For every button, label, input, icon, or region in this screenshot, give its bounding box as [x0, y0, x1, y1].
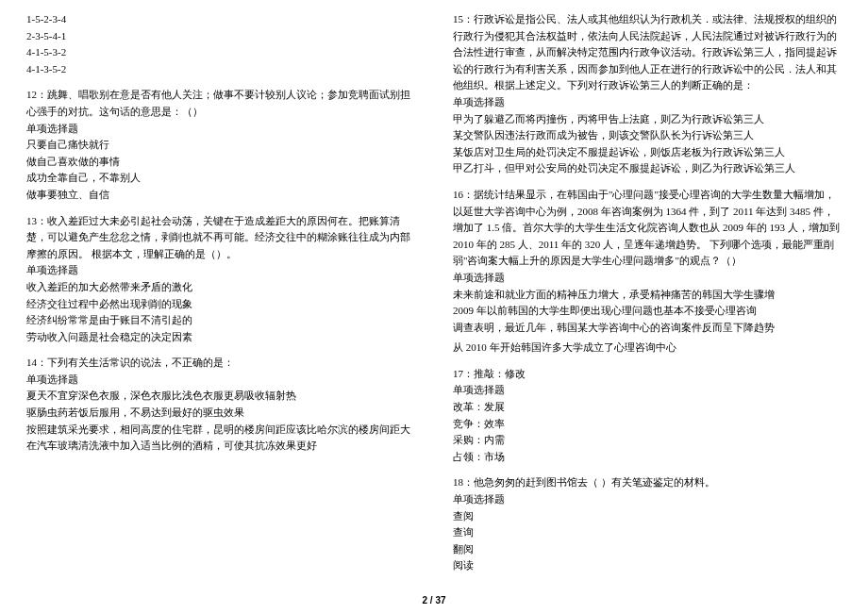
question-18: 18：他急匆匆的赶到图书馆去（ ）有关笔迹鉴定的材料。 单项选择题 查阅 查询 …: [453, 474, 842, 574]
opt: 按照建筑采光要求，相同高度的住宅群，昆明的楼房间距应该比哈尔滨的楼房间距大: [26, 422, 415, 439]
stem: 16：据统计结果显示，在韩国由于"心理问题"接受心理咨询的大学生数量大幅增加，以…: [453, 187, 842, 270]
q-type: 单项选择题: [453, 491, 842, 508]
opt: 4-1-5-3-2: [26, 44, 415, 61]
opt: 未来前途和就业方面的精神压力增大，承受精神痛苦的韩国大学生骤增: [453, 287, 842, 304]
opt: 做事要独立、自信: [26, 187, 415, 204]
opt: 翻阅: [453, 541, 842, 558]
page-columns: 1-5-2-3-4 2-3-5-4-1 4-1-5-3-2 4-1-3-5-2 …: [26, 11, 842, 585]
opt: 查询: [453, 524, 842, 541]
q-type: 单项选择题: [453, 94, 842, 111]
opt: 甲为了躲避乙而将丙撞伤，丙将甲告上法庭，则乙为行政诉讼第三人: [453, 111, 842, 128]
q-type: 单项选择题: [453, 270, 842, 287]
stem: 14：下列有关生活常识的说法，不正确的是：: [26, 355, 415, 372]
opt: 采购：内需: [453, 432, 842, 449]
q-type: 单项选择题: [26, 121, 415, 138]
opt: 经济交往过程中必然出现剥削的现象: [26, 296, 415, 313]
opt: 做自己喜欢做的事情: [26, 154, 415, 171]
question-16: 16：据统计结果显示，在韩国由于"心理问题"接受心理咨询的大学生数量大幅增加，以…: [453, 187, 842, 336]
opt: 调查表明，最近几年，韩国某大学咨询中心的咨询案件反而呈下降趋势: [453, 320, 842, 337]
opt: 占领：市场: [453, 449, 842, 466]
opt: 夏天不宜穿深色衣服，深色衣服比浅色衣服更易吸收辐射热: [26, 388, 415, 405]
question-14: 14：下列有关生活常识的说法，不正确的是： 单项选择题 夏天不宜穿深色衣服，深色…: [26, 355, 415, 455]
opt: 1-5-2-3-4: [26, 11, 415, 28]
q-type: 单项选择题: [26, 262, 415, 279]
question-16-cont: 从 2010 年开始韩国许多大学成立了心理咨询中心: [453, 340, 842, 357]
question-13: 13：收入差距过大未必引起社会动荡，关键在于造成差距大的原因何在。把账算清楚，可…: [26, 213, 415, 346]
opt: 4-1-3-5-2: [26, 61, 415, 78]
stem: 12：跳舞、唱歌别在意是否有他人关注；做事不要计较别人议论；参加竞聘面试别担心强…: [26, 87, 415, 120]
question-15: 15：行政诉讼是指公民、法人或其他组织认为行政机关．或法律、法规授权的组织的行政…: [453, 11, 842, 177]
question-12: 12：跳舞、唱歌别在意是否有他人关注；做事不要计较别人议论；参加竞聘面试别担心强…: [26, 87, 415, 203]
opt: 2009 年以前韩国的大学生即便出现心理问题也基本不接受心理咨询: [453, 303, 842, 320]
opt: 2-3-5-4-1: [26, 28, 415, 45]
opt: 劳动收入问题是社会稳定的决定因素: [26, 329, 415, 346]
opt: 在汽车玻璃清洗液中加入适当比例的酒精，可使其抗冻效果更好: [26, 438, 415, 455]
leading-options: 1-5-2-3-4 2-3-5-4-1 4-1-5-3-2 4-1-3-5-2: [26, 11, 415, 77]
q-type: 单项选择题: [453, 382, 842, 399]
opt: 驱肠虫药若饭后服用，不易达到最好的驱虫效果: [26, 405, 415, 422]
q-type: 单项选择题: [26, 372, 415, 389]
opt: 改革：发展: [453, 399, 842, 416]
stem: 17：推敲：修改: [453, 366, 842, 383]
opt: 查阅: [453, 508, 842, 525]
stem: 15：行政诉讼是指公民、法人或其他组织认为行政机关．或法律、法规授权的组织的行政…: [453, 11, 842, 94]
opt: 从 2010 年开始韩国许多大学成立了心理咨询中心: [453, 340, 842, 357]
opt: 竞争：效率: [453, 416, 842, 433]
opt: 某交警队因违法行政而成为被告，则该交警队队长为行诉讼第三人: [453, 127, 842, 144]
opt: 成功全靠自己，不靠别人: [26, 170, 415, 187]
opt: 经济纠纷常常是由于账目不清引起的: [26, 312, 415, 329]
opt: 某饭店对卫生局的处罚决定不服提起诉讼，则饭店老板为行政诉讼第三人: [453, 144, 842, 161]
opt: 只要自己痛快就行: [26, 137, 415, 154]
opt: 收入差距的加大必然带来矛盾的激化: [26, 279, 415, 296]
question-17: 17：推敲：修改 单项选择题 改革：发展 竞争：效率 采购：内需 占领：市场: [453, 366, 842, 466]
opt: 阅读: [453, 557, 842, 574]
stem: 18：他急匆匆的赶到图书馆去（ ）有关笔迹鉴定的材料。: [453, 474, 842, 491]
stem: 13：收入差距过大未必引起社会动荡，关键在于造成差距大的原因何在。把账算清楚，可…: [26, 213, 415, 263]
page-number: 2 / 37: [0, 593, 868, 608]
opt: 甲乙打斗，但甲对公安局的处罚决定不服提起诉讼，则乙为行政诉讼第三人: [453, 160, 842, 177]
